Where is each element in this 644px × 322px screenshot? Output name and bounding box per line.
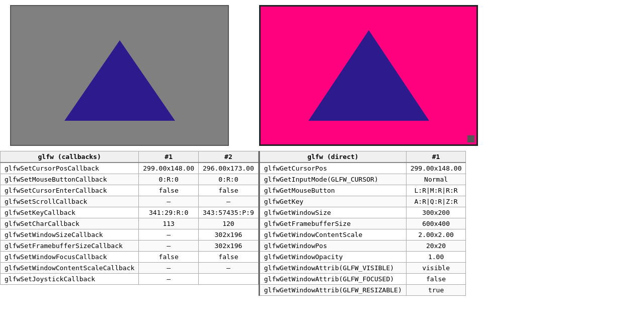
right-table-row3-col0: glfwGetKey bbox=[260, 196, 406, 207]
corner-indicator bbox=[467, 135, 474, 142]
tables-wrapper: glfw (callbacks) #1 #2 glfwSetCursorPosC… bbox=[0, 151, 644, 296]
col-direct-1-header: #1 bbox=[406, 151, 466, 163]
left-table-row8-col1: false bbox=[139, 252, 199, 263]
right-table-row1-col1: Normal bbox=[406, 174, 466, 185]
col-callbacks-2-header: #2 bbox=[199, 151, 259, 163]
left-table-row6-col0: glfwSetWindowSizeCallback bbox=[1, 229, 139, 240]
left-table-row9-col0: glfwSetWindowContentScaleCallback bbox=[1, 263, 139, 274]
right-table-row7-col1: 20x20 bbox=[406, 240, 466, 252]
left-table-row3-col2: – bbox=[199, 196, 259, 207]
triangle-right-svg bbox=[278, 15, 459, 136]
left-table-row6-col2: 302x196 bbox=[199, 229, 259, 240]
triangle-left bbox=[64, 40, 175, 121]
direct-table: glfw (direct) #1 glfwGetCursorPos299.00x… bbox=[260, 151, 466, 296]
right-table-row6-col1: 2.00x2.00 bbox=[406, 229, 466, 240]
left-table-row3-col1: – bbox=[139, 196, 199, 207]
left-table-row6-col1: – bbox=[139, 229, 199, 240]
right-table-row2-col1: L:R|M:R|R:R bbox=[406, 185, 466, 196]
left-table-row10-col0: glfwSetJoystickCallback bbox=[1, 274, 139, 285]
left-table-row0-col2: 296.00x173.00 bbox=[199, 163, 259, 174]
left-table-row10-col1: – bbox=[139, 274, 199, 285]
right-table-row11-col1: true bbox=[406, 285, 466, 296]
left-table-row2-col0: glfwSetCursorEnterCallback bbox=[1, 185, 139, 196]
right-table-row3-col1: A:R|Q:R|Z:R bbox=[406, 196, 466, 207]
left-table-row4-col0: glfwSetKeyCallback bbox=[1, 207, 139, 218]
right-table-row4-col0: glfwGetWindowSize bbox=[260, 207, 406, 218]
right-table-row2-col0: glfwGetMouseButton bbox=[260, 185, 406, 196]
col-callbacks-header: glfw (callbacks) bbox=[1, 151, 139, 163]
left-table-row8-col2: false bbox=[199, 252, 259, 263]
right-table-row11-col0: glfwGetWindowAttrib(GLFW_RESIZABLE) bbox=[260, 285, 406, 296]
left-table-container: glfw (callbacks) #1 #2 glfwSetCursorPosC… bbox=[0, 151, 260, 296]
left-table-row10-col2 bbox=[199, 274, 259, 285]
left-table-row1-col1: 0:R:0 bbox=[139, 174, 199, 185]
left-table-row9-col1: – bbox=[139, 263, 199, 274]
left-table-row5-col0: glfwSetCharCallback bbox=[1, 218, 139, 229]
right-table-row0-col0: glfwGetCursorPos bbox=[260, 163, 406, 174]
col-callbacks-1-header: #1 bbox=[139, 151, 199, 163]
left-table-row9-col2: – bbox=[199, 263, 259, 274]
right-table-row9-col1: visible bbox=[406, 263, 466, 274]
left-table-row0-col0: glfwSetCursorPosCallback bbox=[1, 163, 139, 174]
right-table-container: glfw (direct) #1 glfwGetCursorPos299.00x… bbox=[260, 151, 466, 296]
left-table-row7-col2: 302x196 bbox=[199, 240, 259, 252]
left-table-row1-col2: 0:R:0 bbox=[199, 174, 259, 185]
right-table-row0-col1: 299.00x148.00 bbox=[406, 163, 466, 174]
right-table-row4-col1: 300x200 bbox=[406, 207, 466, 218]
right-table-row10-col0: glfwGetWindowAttrib(GLFW_FOCUSED) bbox=[260, 274, 406, 285]
left-table-row5-col1: 113 bbox=[139, 218, 199, 229]
left-table-row3-col0: glfwSetScrollCallback bbox=[1, 196, 139, 207]
left-table-row4-col1: 341:29:R:0 bbox=[139, 207, 199, 218]
left-table-row7-col1: – bbox=[139, 240, 199, 252]
right-table-row1-col0: glfwGetInputMode(GLFW_CURSOR) bbox=[260, 174, 406, 185]
canvas-right bbox=[259, 5, 478, 146]
canvas-section bbox=[0, 0, 644, 151]
left-table-row7-col0: glfwSetFramebufferSizeCallback bbox=[1, 240, 139, 252]
right-table-row10-col1: false bbox=[406, 274, 466, 285]
callbacks-table: glfw (callbacks) #1 #2 glfwSetCursorPosC… bbox=[0, 151, 259, 285]
right-table-row8-col0: glfwGetWindowOpacity bbox=[260, 252, 406, 263]
triangle-right bbox=[308, 30, 429, 121]
right-table-row8-col1: 1.00 bbox=[406, 252, 466, 263]
left-table-row2-col1: false bbox=[139, 185, 199, 196]
triangle-left-svg bbox=[39, 20, 200, 131]
left-table-row1-col0: glfwSetMouseButtonCallback bbox=[1, 174, 139, 185]
col-direct-header: glfw (direct) bbox=[260, 151, 406, 163]
left-table-row0-col1: 299.00x148.00 bbox=[139, 163, 199, 174]
left-table-row2-col2: false bbox=[199, 185, 259, 196]
left-table-row8-col0: glfwSetWindowFocusCallback bbox=[1, 252, 139, 263]
right-table-row5-col1: 600x400 bbox=[406, 218, 466, 229]
right-table-row6-col0: glfwGetWindowContentScale bbox=[260, 229, 406, 240]
right-table-row7-col0: glfwGetWindowPos bbox=[260, 240, 406, 252]
canvas-left bbox=[10, 5, 229, 146]
left-table-row5-col2: 120 bbox=[199, 218, 259, 229]
right-table-row9-col0: glfwGetWindowAttrib(GLFW_VISIBLE) bbox=[260, 263, 406, 274]
right-table-row5-col0: glfwGetFramebufferSize bbox=[260, 218, 406, 229]
left-table-row4-col2: 343:57435:P:9 bbox=[199, 207, 259, 218]
